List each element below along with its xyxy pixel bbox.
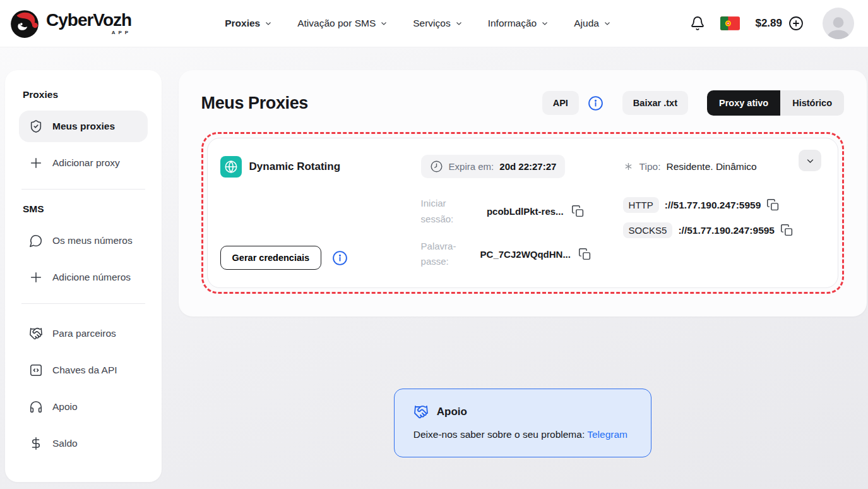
- brand-logo[interactable]: CyberVozh APP: [9, 8, 131, 39]
- sidebar-section-proxies: Proxies: [23, 89, 148, 100]
- handshake-icon: [413, 404, 429, 420]
- copy-http-icon[interactable]: [766, 198, 780, 212]
- clock-icon: [430, 160, 443, 173]
- password-label: Palavra-passe:: [421, 239, 473, 270]
- support-box: Apoio Deixe-nos saber sobre o seu proble…: [394, 389, 651, 457]
- api-info-icon[interactable]: [588, 95, 603, 111]
- shield-check-icon: [29, 119, 43, 133]
- nav-item-servicos[interactable]: Serviços: [413, 18, 462, 29]
- generate-credentials-button[interactable]: Gerar credenciais: [220, 246, 322, 270]
- proxy-card: Dynamic Rotating Expira em: 20d 22:27:27: [207, 138, 838, 288]
- socks5-protocol-pill: SOCKS5: [623, 222, 673, 238]
- support-message: Deixe-nos saber sobre o seu problema:: [413, 429, 587, 440]
- support-title: Apoio: [437, 406, 467, 418]
- login-label: Iniciar sessão:: [421, 196, 473, 227]
- type-value: Residente. Dinâmico: [666, 161, 756, 172]
- sidebar-divider: [21, 189, 145, 190]
- copy-socks5-icon[interactable]: [780, 224, 794, 237]
- copy-password-icon[interactable]: [578, 248, 592, 261]
- credentials-info-icon[interactable]: [332, 250, 348, 266]
- sidebar-item-meus-proxies[interactable]: Meus proxies: [19, 111, 148, 142]
- page-title: Meus Proxies: [201, 94, 308, 113]
- globe-icon: [224, 160, 238, 174]
- api-code-icon: [29, 363, 43, 377]
- notifications-bell-icon[interactable]: [690, 16, 705, 31]
- sidebar-item-chaves-da-api[interactable]: Chaves da API: [19, 354, 148, 386]
- sidebar-item-para-parceiros[interactable]: Para parceiros: [19, 318, 148, 349]
- account-balance: $2.89: [755, 17, 782, 30]
- dollar-icon: [29, 437, 43, 450]
- nav-item-informacao[interactable]: Informação: [488, 18, 549, 29]
- sidebar-item-apoio[interactable]: Apoio: [19, 391, 148, 423]
- top-navigation-bar: CyberVozh APP Proxies Ativação por SMS S…: [0, 0, 868, 47]
- main-nav: Proxies Ativação por SMS Serviços Inform…: [225, 18, 611, 29]
- plus-icon: [29, 270, 43, 284]
- sidebar-item-adicione-numeros[interactable]: Adicione números: [19, 262, 148, 293]
- sidebar: Proxies Meus proxies Adicionar proxy SMS…: [5, 70, 162, 482]
- brand-sub-label: APP: [46, 30, 131, 35]
- sidebar-section-sms: SMS: [23, 203, 148, 215]
- login-value: pcobLdlPkt-res...: [480, 206, 564, 217]
- chevron-down-icon: [603, 20, 611, 27]
- chevron-down-icon: [265, 20, 272, 27]
- sidebar-divider: [21, 303, 145, 304]
- chevron-down-icon: [455, 20, 463, 27]
- sidebar-item-os-meus-numeros[interactable]: Os meus números: [19, 225, 148, 257]
- tab-proxy-ativo[interactable]: Proxy ativo: [707, 90, 780, 116]
- proxy-view-toggle: Proxy ativo Histórico: [707, 90, 844, 116]
- language-flag-portugal[interactable]: [720, 16, 740, 30]
- download-txt-button[interactable]: Baixar .txt: [622, 91, 688, 115]
- nav-item-proxies[interactable]: Proxies: [225, 18, 272, 29]
- user-avatar[interactable]: [823, 8, 854, 39]
- copy-login-icon[interactable]: [571, 205, 585, 218]
- tab-historico[interactable]: Histórico: [780, 90, 844, 116]
- proxy-name: Dynamic Rotating: [249, 160, 341, 173]
- red-highlight-annotation: Dynamic Rotating Expira em: 20d 22:27:27: [201, 132, 844, 294]
- api-button[interactable]: API: [542, 91, 579, 115]
- chevron-down-icon: [806, 156, 815, 166]
- expiry-value: 20d 22:27:27: [499, 161, 556, 172]
- proxy-type-badge: [220, 156, 242, 178]
- http-protocol-pill: HTTP: [623, 197, 659, 213]
- asterisk-icon: [623, 161, 634, 172]
- chat-bubble-icon: [29, 234, 43, 248]
- expiry-label: Expira em:: [449, 161, 494, 172]
- brand-name: CyberVozh: [46, 11, 131, 29]
- chevron-down-icon: [541, 20, 549, 27]
- top-up-balance-icon[interactable]: [788, 16, 804, 31]
- password-value: PC_7CJ2WQqdHN...: [480, 249, 571, 260]
- hedgehog-logo-icon: [9, 8, 40, 39]
- telegram-link[interactable]: Telegram: [587, 429, 627, 440]
- proxies-panel: Meus Proxies API Baixar .txt Proxy ativo…: [179, 70, 867, 317]
- headset-icon: [29, 400, 43, 414]
- nav-item-ativacao-sms[interactable]: Ativação por SMS: [297, 18, 388, 29]
- type-label: Tipo:: [639, 161, 661, 172]
- expand-proxy-button[interactable]: [799, 150, 821, 171]
- sidebar-item-adicionar-proxy[interactable]: Adicionar proxy: [19, 147, 148, 179]
- handshake-icon: [29, 327, 43, 341]
- nav-item-ajuda[interactable]: Ajuda: [574, 18, 611, 29]
- person-icon: [824, 14, 852, 39]
- chevron-down-icon: [380, 20, 388, 27]
- socks5-endpoint: ://51.77.190.247:9595: [678, 225, 775, 236]
- expiry-pill: Expira em: 20d 22:27:27: [421, 155, 566, 178]
- plus-icon: [29, 156, 43, 170]
- http-endpoint: ://51.77.190.247:5959: [665, 200, 761, 211]
- sidebar-item-saldo[interactable]: Saldo: [19, 428, 148, 459]
